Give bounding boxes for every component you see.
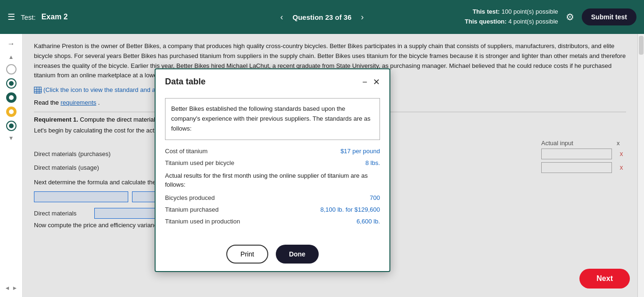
sidebar-arrow-icon[interactable]: → [6,38,17,50]
question-nav-item-3[interactable] [6,92,17,103]
this-test-label: This test: [472,8,500,15]
next-button[interactable]: Next [579,269,630,289]
content-area: Katharine Preston is the owner of Better… [23,34,637,297]
data-row-ti-used: Titanium used in production 6,600 lb. [165,218,380,225]
modal-minimize-button[interactable]: − [362,78,367,86]
question-nav-item-2[interactable] [6,78,17,89]
ti-purchased-label: Titanium purchased [165,206,321,213]
actual-intro-text: Actual results for the first month using… [165,171,380,190]
this-question-info: This question: 4 point(s) possible [465,17,558,27]
submit-test-button[interactable]: Submit test [582,8,636,25]
ti-used-value: 6,600 lb. [356,218,380,225]
test-prefix-label: Test: [21,13,36,21]
data-row-titanium-per-bike: Titanium used per bicycle 8 lbs. [165,159,380,166]
question-nav-item-1[interactable] [6,64,17,74]
data-row-titanium-cost: Cost of titanium $17 per pound [165,148,380,155]
header-right: This test: 100 point(s) possible This qu… [465,7,636,27]
modal-description-box: Better Bikes established the following s… [165,98,380,140]
bottom-right-arrow-icon[interactable]: ► [12,285,18,291]
ti-used-label: Titanium used in production [165,218,356,225]
done-button[interactable]: Done [276,245,319,264]
main-layout: → ▲ ▼ ◄ ► Katharine Preston is the owner… [0,34,644,297]
header-left: ☰ Test: Exam 2 [8,12,465,22]
modal-controls: − ✕ [362,78,380,86]
scrollbar-thumb[interactable] [639,36,644,55]
bottom-nav-arrows: ◄ ► [3,283,20,293]
outer-scrollbar[interactable] [637,34,644,297]
menu-icon[interactable]: ☰ [8,12,15,22]
titanium-cost-value: $17 per pound [340,148,380,155]
modal-title: Data table [165,77,206,87]
bottom-left-arrow-icon[interactable]: ◄ [5,285,10,291]
this-question-label: This question: [465,18,507,25]
scroll-up-icon[interactable]: ▲ [8,54,14,60]
modal-close-button[interactable]: ✕ [373,78,380,86]
modal-overlay: Data table − ✕ Better Bikes established … [23,34,637,297]
modal-header: Data table − ✕ [156,69,389,91]
question-nav-item-5[interactable] [6,121,17,131]
test-name-label: Exam 2 [41,13,68,21]
this-test-info: This test: 100 point(s) possible [465,7,558,17]
print-button[interactable]: Print [226,245,268,264]
scroll-down-icon[interactable]: ▼ [8,135,14,141]
left-sidebar: → ▲ ▼ ◄ ► [0,34,23,297]
titanium-per-bike-value: 8 lbs. [365,159,380,166]
next-question-button[interactable]: › [357,10,368,24]
question-counter: Question 23 of 36 [292,13,351,21]
app-header: ☰ Test: Exam 2 ‹ Question 23 of 36 › Thi… [0,0,644,34]
ti-purchased-value: 8,100 lb. for $129,600 [321,206,380,213]
this-test-value: 100 point(s) possible [502,8,558,15]
titanium-cost-label: Cost of titanium [165,148,340,155]
modal-footer: Print Done [156,237,389,271]
standards-intro: Better Bikes established the following s… [171,104,374,133]
bicycles-produced-label: Bicycles produced [165,194,370,201]
modal-body: Better Bikes established the following s… [156,91,389,237]
prev-question-button[interactable]: ‹ [276,10,287,24]
header-center: ‹ Question 23 of 36 › [276,10,367,24]
test-info: This test: 100 point(s) possible This qu… [465,7,558,27]
data-row-bicycles: Bicycles produced 700 [165,194,380,201]
data-table-modal: Data table − ✕ Better Bikes established … [155,68,390,272]
data-row-ti-purchased: Titanium purchased 8,100 lb. for $129,60… [165,206,380,213]
this-question-value: 4 point(s) possible [508,18,558,25]
titanium-per-bike-label: Titanium used per bicycle [165,159,365,166]
question-nav-item-4[interactable] [6,107,17,117]
bicycles-produced-value: 700 [370,194,380,201]
settings-icon[interactable]: ⚙ [566,11,574,23]
